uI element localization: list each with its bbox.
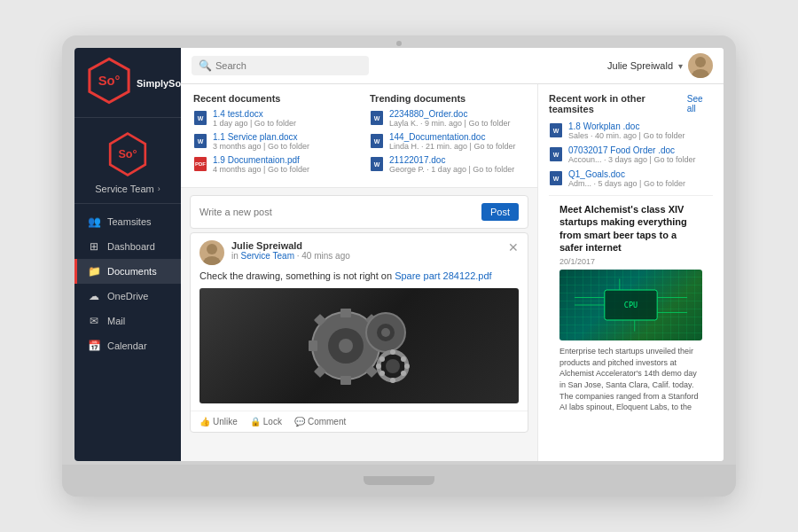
doc-meta: Layla K. · 9 min. ago | Go to folder — [389, 119, 510, 128]
sidebar-item-dashboard[interactable]: ⊞ Dashboard — [74, 234, 181, 259]
search-box[interactable]: 🔍 — [192, 56, 369, 75]
list-item: W Q1_Goals.doc Adm... · 5 days ago | Go … — [549, 169, 713, 188]
svg-point-21 — [381, 328, 390, 337]
recent-docs-title: Recent documents — [193, 93, 348, 104]
list-item: W 21122017.doc George P. · 1 day ago | G… — [370, 155, 525, 174]
lock-icon: 🔒 — [250, 417, 261, 426]
user-area[interactable]: Julie Spreiwald ▾ — [607, 53, 713, 78]
laptop-screen: So° SimplySo ‹ So° Service Team › — [74, 48, 724, 461]
word-icon: W — [370, 133, 384, 149]
doc-name[interactable]: Q1_Goals.doc — [568, 169, 685, 179]
post-input[interactable] — [200, 207, 474, 217]
doc-name[interactable]: 1.9 Documentaion.pdf — [213, 155, 309, 165]
unlike-action[interactable]: 👍 Unlike — [200, 417, 238, 426]
doc-name[interactable]: 1.1 Service plan.docx — [213, 132, 309, 142]
sidebar-item-mail[interactable]: ✉ Mail — [74, 309, 181, 333]
svg-point-31 — [379, 356, 385, 362]
mail-icon: ✉ — [88, 315, 100, 327]
right-panel-header: Recent work in other teamsites See all — [549, 93, 713, 114]
team-name-chevron: › — [158, 184, 160, 193]
feed-post-header: Julie Spreiwald in Service Team · 40 min… — [191, 233, 528, 269]
svg-rect-13 — [309, 340, 317, 351]
doc-meta: 3 months ago | Go to folder — [213, 142, 309, 151]
sidebar-nav: 👥 Teamsites ⊞ Dashboard 📁 Documents ☁ On… — [74, 204, 181, 461]
doc-name[interactable]: 1.4 test.docx — [213, 109, 296, 119]
svg-text:So°: So° — [118, 148, 137, 160]
list-item: PDF 1.9 Documentaion.pdf 4 months ago | … — [193, 155, 348, 174]
list-item: W 1.8 Workplan .doc Sales · 40 min. ago … — [549, 121, 713, 140]
doc-meta: Adm... · 5 days ago | Go to folder — [568, 179, 685, 188]
svg-point-23 — [386, 359, 400, 373]
documents-icon: 📁 — [88, 265, 100, 278]
search-input[interactable] — [215, 60, 362, 71]
pdf-icon: PDF — [193, 156, 207, 172]
see-all-link[interactable]: See all — [687, 94, 713, 113]
sidebar-header: So° SimplySo ‹ — [74, 48, 181, 118]
post-time: 40 mins ago — [301, 251, 349, 261]
post-button[interactable]: Post — [481, 203, 519, 221]
sidebar-brand-area: So° Service Team › — [74, 118, 181, 204]
word-icon: W — [193, 110, 207, 126]
user-name: Julie Spreiwald — [607, 60, 673, 71]
lock-action[interactable]: 🔒 Lock — [250, 417, 282, 426]
doc-name[interactable]: 2234880_Order.doc — [389, 109, 510, 119]
feed-panel: Recent documents W 1.4 test.docx 1 day a… — [181, 84, 537, 461]
sidebar-item-onedrive[interactable]: ☁ OneDrive — [74, 284, 181, 309]
svg-point-25 — [401, 356, 406, 362]
post-author-name: Julie Spreiwald — [231, 240, 501, 251]
word-icon: W — [370, 156, 384, 172]
doc-meta: Linda H. · 21 min. ago | Go to folder — [389, 142, 515, 151]
doc-name[interactable]: 07032017 Food Order .doc — [568, 145, 695, 155]
doc-name[interactable]: 1.8 Workplan .doc — [568, 121, 685, 131]
list-item: W 07032017 Food Order .doc Accoun... · 3… — [549, 145, 713, 164]
teamsites-icon: 👥 — [88, 215, 100, 228]
sidebar-item-documents[interactable]: 📁 Documents — [74, 259, 181, 284]
post-area: Post — [190, 195, 528, 229]
post-author-info: Julie Spreiwald in Service Team · 40 min… — [231, 240, 501, 261]
svg-point-28 — [390, 378, 395, 383]
laptop-camera — [396, 41, 402, 46]
list-item: W 144_Documentation.doc Linda H. · 21 mi… — [370, 132, 525, 151]
sidebar-item-teamsites[interactable]: 👥 Teamsites — [74, 209, 181, 234]
comment-action[interactable]: 💬 Comment — [294, 417, 346, 426]
list-item: W 1.4 test.docx 1 day ago | Go to folder — [193, 109, 348, 128]
dashboard-icon: ⊞ — [88, 240, 100, 253]
logo-text: SimplySo — [137, 78, 181, 89]
word-icon: W — [370, 110, 384, 126]
svg-point-5 — [692, 69, 709, 78]
post-image — [200, 288, 519, 403]
doc-name[interactable]: 21122017.doc — [389, 155, 514, 165]
post-team-link[interactable]: Service Team — [241, 251, 294, 261]
sidebar: So° SimplySo ‹ So° Service Team › — [74, 48, 181, 461]
post-meta: in Service Team · 40 mins ago — [231, 251, 501, 261]
post-image-inner — [200, 288, 519, 403]
doc-meta: 4 months ago | Go to folder — [213, 165, 309, 174]
onedrive-icon: ☁ — [88, 290, 100, 302]
recent-docs-section: Recent documents W 1.4 test.docx 1 day a… — [193, 93, 348, 178]
svg-point-29 — [379, 371, 385, 376]
user-avatar — [688, 53, 713, 78]
doc-meta: Accoun... · 3 days ago | Go to folder — [568, 155, 695, 164]
news-article: Meet Alchemist's class XIV startups maki… — [559, 203, 702, 413]
team-name-label[interactable]: Service Team › — [95, 184, 160, 194]
svg-rect-12 — [340, 376, 351, 385]
svg-point-10 — [339, 339, 353, 353]
post-file-link[interactable]: Spare part 284122.pdf — [395, 270, 491, 281]
doc-name[interactable]: 144_Documentation.doc — [389, 132, 515, 142]
sidebar-item-calendar[interactable]: 📅 Calendar — [74, 333, 181, 358]
calendar-icon: 📅 — [88, 340, 100, 352]
post-actions: 👍 Unlike 🔒 Lock 💬 Comment — [191, 411, 528, 432]
post-close-button[interactable]: ✕ — [508, 240, 519, 254]
other-teamsites-title: Recent work in other teamsites — [549, 93, 687, 114]
svg-point-26 — [404, 364, 410, 369]
doc-meta: Sales · 40 min. ago | Go to folder — [568, 131, 685, 140]
word-icon: W — [549, 122, 563, 138]
post-content: Check the drawing, something is not righ… — [191, 269, 528, 288]
news-title[interactable]: Meet Alchemist's class XIV startups maki… — [559, 203, 702, 254]
search-icon: 🔍 — [199, 59, 212, 72]
trending-docs-title: Trending documents — [370, 93, 525, 104]
app-container: So° SimplySo ‹ So° Service Team › — [74, 48, 724, 461]
laptop-notch — [364, 476, 434, 485]
news-body: Enterprise tech startups unveiled their … — [559, 346, 702, 413]
news-date: 20/1/2017 — [559, 257, 702, 266]
